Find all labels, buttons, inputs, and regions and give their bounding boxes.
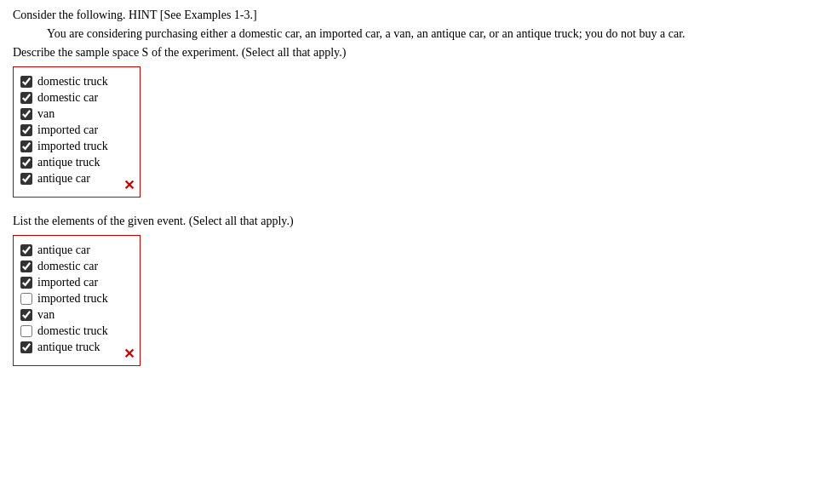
section1-x-mark: ✕: [123, 177, 135, 193]
section2-label-3: imported truck: [37, 292, 108, 306]
section1-label-0: domestic truck: [37, 75, 108, 89]
section1-checkbox-5[interactable]: [20, 157, 32, 169]
section1-checkbox-4[interactable]: [20, 140, 32, 152]
section2-label-0: antique car: [37, 243, 90, 257]
section2-row: imported truck: [20, 292, 131, 306]
section1-checkbox-3[interactable]: [20, 124, 32, 136]
section1-label-2: van: [37, 107, 54, 121]
section2-box: antique cardomestic carimported carimpor…: [13, 235, 141, 366]
section2-checkbox-0[interactable]: [20, 244, 32, 256]
section2-row: imported car: [20, 276, 131, 289]
section1-row: antique truck: [20, 156, 131, 169]
section2-row: antique car: [20, 243, 131, 257]
section2-label-2: imported car: [37, 276, 98, 289]
describe-line: Describe the sample space S of the exper…: [13, 46, 813, 60]
section1-label-5: antique truck: [37, 156, 100, 169]
section2-label-1: domestic car: [37, 260, 98, 273]
section1-label-1: domestic car: [37, 91, 98, 105]
section1-row: domestic car: [20, 91, 131, 105]
section2-checkbox-4[interactable]: [20, 309, 32, 321]
section1-checkbox-1[interactable]: [20, 92, 32, 104]
section2-row: antique truck: [20, 341, 131, 354]
section1-row: domestic truck: [20, 75, 131, 89]
section2-checkbox-3[interactable]: [20, 293, 32, 305]
section1-box: domestic truckdomestic carvanimported ca…: [13, 66, 141, 198]
section2-row: domestic car: [20, 260, 131, 273]
section2-checkbox-2[interactable]: [20, 277, 32, 289]
section1-label-6: antique car: [37, 172, 90, 186]
section1-label-4: imported truck: [37, 140, 108, 153]
section2-label-6: antique truck: [37, 341, 100, 354]
hint-line: Consider the following. HINT [See Exampl…: [13, 9, 813, 22]
section1-row: imported car: [20, 123, 131, 137]
section1-label-3: imported car: [37, 123, 98, 137]
section2-checkbox-1[interactable]: [20, 261, 32, 272]
section2-checkbox-6[interactable]: [20, 341, 32, 353]
section2-x-mark: ✕: [123, 346, 135, 362]
you-line: You are considering purchasing either a …: [47, 27, 813, 41]
section1-row: antique car: [20, 172, 131, 186]
section2-label-5: domestic truck: [37, 324, 108, 338]
list-line: List the elements of the given event. (S…: [13, 215, 813, 228]
section2-label-4: van: [37, 308, 54, 322]
section1-checkbox-0[interactable]: [20, 76, 32, 88]
section1-row: van: [20, 107, 131, 121]
section2-checkbox-5[interactable]: [20, 325, 32, 337]
section1-row: imported truck: [20, 140, 131, 153]
section2-row: domestic truck: [20, 324, 131, 338]
section2-row: van: [20, 308, 131, 322]
section1-checkbox-2[interactable]: [20, 108, 32, 120]
section1-checkbox-6[interactable]: [20, 173, 32, 185]
